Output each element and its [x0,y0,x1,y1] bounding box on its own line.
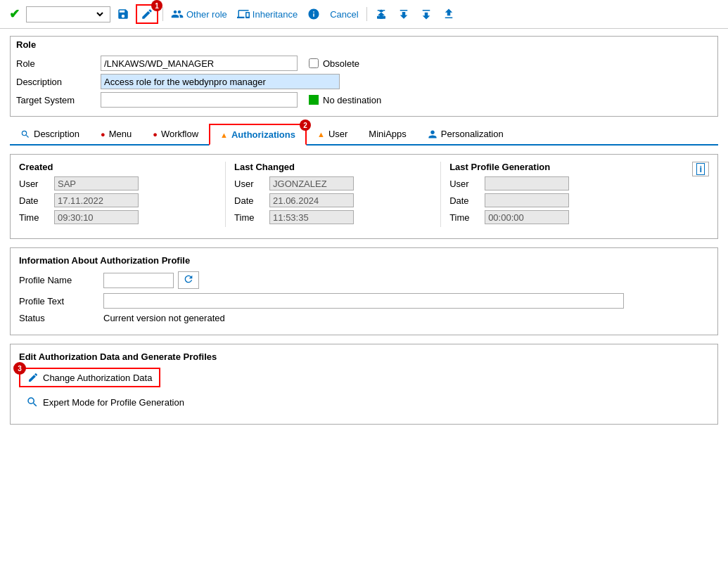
change-auth-badge: 3 [13,362,26,375]
changed-user-input[interactable] [269,176,354,190]
change-auth-row: 3 Change Authorization Data [19,368,709,387]
created-user-row: User [19,176,217,190]
profile-user-row: User [449,176,687,190]
profile-user-input[interactable] [485,176,569,190]
edit-section-title: Edit Authorization Data and Generate Pro… [19,351,709,362]
no-destination: No destination [309,95,381,105]
auth-dot: ▲ [220,131,228,139]
created-date-row: Date [19,193,217,207]
info-button[interactable] [304,6,324,22]
edit-button[interactable]: 1 [136,4,158,24]
changed-date-label: Date [234,195,269,206]
tab-workflow[interactable]: ● Workflow [142,124,209,144]
changed-time-input[interactable] [269,210,354,224]
tab-description[interactable]: Description [10,124,90,144]
changed-user-label: User [234,179,269,189]
changed-time-label: Time [234,212,269,223]
auth-badge: 2 [300,119,311,131]
no-destination-label: No destination [323,95,381,105]
created-date-input[interactable] [54,193,139,207]
profile-gen-icon [183,273,194,285]
main-content: Role Role Obsolete Description Target Sy… [0,29,728,440]
inheritance-button[interactable]: Inheritance [234,6,301,22]
profile-gen-button[interactable] [178,271,199,289]
tab-miniapps[interactable]: MiniApps [358,124,416,144]
change-auth-button[interactable]: 3 Change Authorization Data [19,368,160,387]
save-icon [117,8,129,20]
tab-workflow-label: Workflow [161,129,198,139]
info-detail-button[interactable]: i [692,162,709,176]
export-up1-icon [375,8,388,20]
profile-name-input[interactable] [103,273,174,288]
tab-personalization[interactable]: Personalization [417,124,514,144]
tabs-bar: Description ● Menu ● Workflow ▲ Authoriz… [10,124,718,146]
created-user-input[interactable] [54,176,139,190]
changed-date-row: Date [234,193,432,207]
green-square-icon [309,95,319,105]
info-icon [307,8,320,20]
user-dot: ▲ [317,130,325,138]
target-system-row: Target System No destination [16,92,712,108]
changed-time-row: Time [234,210,432,224]
last-profile-col: Last Profile Generation User Date Time [449,162,687,227]
other-role-button[interactable]: Other role [167,6,231,22]
profile-text-row: Profile Text [19,293,709,309]
info-detail-icon: i [696,163,705,175]
inheritance-icon [237,8,250,20]
profile-text-label: Profile Text [19,296,103,306]
tab-miniapps-label: MiniApps [369,129,406,139]
save-button[interactable] [113,6,133,22]
role-input[interactable] [101,56,298,71]
obsolete-checkbox[interactable] [309,58,319,68]
export-down2-icon [442,8,455,20]
pencil2-icon [27,372,39,383]
inheritance-label: Inheritance [253,9,298,20]
tab-menu-label: Menu [109,129,132,139]
other-role-label: Other role [186,9,227,20]
check-button[interactable]: ✔ [6,4,23,24]
profile-text-input[interactable] [103,293,624,309]
role-section: Role Role Obsolete Description Target Sy… [10,36,718,117]
role-select[interactable] [31,8,106,20]
edit-badge: 1 [151,0,162,11]
export-down2-button[interactable] [439,6,459,22]
profile-date-input[interactable] [485,193,569,207]
obsolete-label: Obsolete [323,58,359,69]
tab-menu[interactable]: ● Menu [90,124,142,144]
expert-mode-button[interactable]: Expert Mode for Profile Generation [19,393,191,411]
changed-date-input[interactable] [269,193,354,207]
tab-description-label: Description [34,129,79,139]
expert-mode-row: Expert Mode for Profile Generation [19,393,709,411]
edit-section: Edit Authorization Data and Generate Pro… [10,344,718,425]
cancel-button[interactable]: Cancel [326,7,362,22]
tab-user[interactable]: ▲ User [307,124,358,144]
export-up2-icon [397,8,410,20]
role-row: Role Obsolete [16,56,712,71]
description-row: Description [16,74,712,89]
profile-name-row: Profile Name [19,271,709,289]
change-auth-label: Change Authorization Data [43,373,152,383]
export-up1-button[interactable] [371,6,391,22]
profile-status-row: Status Current version not generated [19,313,709,323]
tab-authorizations[interactable]: ▲ Authorizations 2 [209,124,307,146]
profile-time-input[interactable] [485,210,569,224]
divider1 [162,7,163,21]
created-title: Created [19,162,217,172]
check-icon: ✔ [9,6,20,22]
created-time-input[interactable] [54,210,139,224]
created-time-row: Time [19,210,217,224]
export-down1-button[interactable] [416,6,436,22]
toolbar: ✔ 1 Other role Inheritance [0,0,728,29]
cancel-label: Cancel [330,9,358,20]
other-role-icon [171,8,184,20]
profile-time-label: Time [449,212,485,223]
pencil-icon [141,8,153,20]
last-profile-title: Last Profile Generation [449,162,687,172]
tab-user-label: User [328,129,347,139]
created-col: Created User Date Time [19,162,226,227]
export-down1-icon [420,8,433,20]
description-input[interactable] [101,74,340,89]
target-system-input[interactable] [101,92,298,108]
export-up2-button[interactable] [394,6,414,22]
role-dropdown[interactable] [26,6,110,22]
